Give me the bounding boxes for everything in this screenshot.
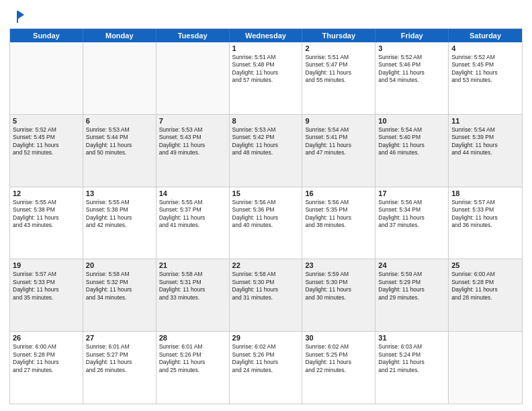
day-number: 3 [378,44,445,52]
cell-info: Sunrise: 5:55 AM Sunset: 5:38 PM Dayligh… [86,199,153,230]
calendar-cell: 24Sunrise: 5:59 AM Sunset: 5:29 PM Dayli… [375,259,449,331]
cell-info: Sunrise: 6:00 AM Sunset: 5:28 PM Dayligh… [451,271,519,302]
calendar-cell: 29Sunrise: 6:02 AM Sunset: 5:26 PM Dayli… [230,332,303,404]
calendar-cell: 21Sunrise: 5:58 AM Sunset: 5:31 PM Dayli… [157,259,230,331]
day-number: 14 [159,189,226,197]
day-number: 5 [13,117,80,125]
calendar-cell: 17Sunrise: 5:56 AM Sunset: 5:34 PM Dayli… [375,187,449,259]
calendar-week-2: 5Sunrise: 5:52 AM Sunset: 5:45 PM Daylig… [10,115,522,187]
calendar-cell: 10Sunrise: 5:54 AM Sunset: 5:40 PM Dayli… [375,115,449,187]
day-number: 23 [305,261,372,269]
cell-info: Sunrise: 5:52 AM Sunset: 5:45 PM Dayligh… [451,54,519,85]
calendar-cell: 13Sunrise: 5:55 AM Sunset: 5:38 PM Dayli… [83,187,157,259]
calendar-cell [10,42,83,114]
cell-info: Sunrise: 5:54 AM Sunset: 5:40 PM Dayligh… [378,126,445,157]
calendar-cell: 4Sunrise: 5:52 AM Sunset: 5:45 PM Daylig… [449,42,522,114]
calendar-cell: 15Sunrise: 5:56 AM Sunset: 5:36 PM Dayli… [230,187,303,259]
day-number: 22 [232,261,300,269]
svg-rect-1 [17,11,18,23]
day-number: 27 [86,334,153,342]
calendar-cell: 30Sunrise: 6:02 AM Sunset: 5:25 PM Dayli… [302,332,375,404]
calendar-cell: 11Sunrise: 5:54 AM Sunset: 5:39 PM Dayli… [449,115,522,187]
calendar-body: 1Sunrise: 5:51 AM Sunset: 5:48 PM Daylig… [10,42,522,404]
cell-info: Sunrise: 5:57 AM Sunset: 5:33 PM Dayligh… [451,199,519,230]
calendar-cell: 12Sunrise: 5:55 AM Sunset: 5:38 PM Dayli… [10,187,83,259]
day-header-monday: Monday [83,29,157,42]
cell-info: Sunrise: 5:55 AM Sunset: 5:38 PM Dayligh… [13,199,80,230]
day-number: 18 [451,189,519,197]
calendar-cell: 18Sunrise: 5:57 AM Sunset: 5:33 PM Dayli… [449,187,522,259]
cell-info: Sunrise: 6:00 AM Sunset: 5:28 PM Dayligh… [13,343,80,374]
day-number: 29 [232,334,300,342]
cell-info: Sunrise: 5:53 AM Sunset: 5:43 PM Dayligh… [159,126,226,157]
cell-info: Sunrise: 5:57 AM Sunset: 5:33 PM Dayligh… [13,271,80,302]
day-header-sunday: Sunday [10,29,83,42]
day-number: 25 [451,261,519,269]
calendar-cell: 16Sunrise: 5:56 AM Sunset: 5:35 PM Dayli… [302,187,375,259]
day-number: 21 [159,261,226,269]
page: SundayMondayTuesdayWednesdayThursdayFrid… [0,0,532,411]
calendar-cell: 31Sunrise: 6:03 AM Sunset: 5:24 PM Dayli… [375,332,449,404]
calendar-cell: 14Sunrise: 5:55 AM Sunset: 5:37 PM Dayli… [157,187,230,259]
calendar-cell: 22Sunrise: 5:58 AM Sunset: 5:30 PM Dayli… [230,259,303,331]
calendar-cell: 27Sunrise: 6:01 AM Sunset: 5:27 PM Dayli… [83,332,157,404]
calendar-cell: 19Sunrise: 5:57 AM Sunset: 5:33 PM Dayli… [10,259,83,331]
calendar-week-5: 26Sunrise: 6:00 AM Sunset: 5:28 PM Dayli… [10,332,522,404]
cell-info: Sunrise: 6:03 AM Sunset: 5:24 PM Dayligh… [378,343,445,374]
day-header-thursday: Thursday [302,29,375,42]
cell-info: Sunrise: 5:59 AM Sunset: 5:30 PM Dayligh… [305,271,372,302]
cell-info: Sunrise: 5:56 AM Sunset: 5:36 PM Dayligh… [232,199,300,230]
calendar-cell: 7Sunrise: 5:53 AM Sunset: 5:43 PM Daylig… [157,115,230,187]
cell-info: Sunrise: 6:01 AM Sunset: 5:27 PM Dayligh… [86,343,153,374]
day-number: 31 [378,334,445,342]
cell-info: Sunrise: 5:51 AM Sunset: 5:47 PM Dayligh… [305,54,372,85]
day-number: 4 [451,44,519,52]
svg-marker-0 [18,11,24,19]
cell-info: Sunrise: 5:55 AM Sunset: 5:37 PM Dayligh… [159,199,226,230]
day-header-wednesday: Wednesday [230,29,303,42]
cell-info: Sunrise: 5:58 AM Sunset: 5:30 PM Dayligh… [232,271,300,302]
cell-info: Sunrise: 6:02 AM Sunset: 5:25 PM Dayligh… [305,343,372,374]
day-header-friday: Friday [375,29,449,42]
calendar-cell: 5Sunrise: 5:52 AM Sunset: 5:45 PM Daylig… [10,115,83,187]
calendar-week-3: 12Sunrise: 5:55 AM Sunset: 5:38 PM Dayli… [10,187,522,260]
cell-info: Sunrise: 5:56 AM Sunset: 5:34 PM Dayligh… [378,199,445,230]
day-number: 1 [232,44,300,52]
cell-info: Sunrise: 5:54 AM Sunset: 5:41 PM Dayligh… [305,126,372,157]
day-header-tuesday: Tuesday [157,29,230,42]
day-number: 28 [159,334,226,342]
day-number: 7 [159,117,226,125]
day-number: 16 [305,189,372,197]
cell-info: Sunrise: 5:52 AM Sunset: 5:46 PM Dayligh… [378,54,445,85]
cell-info: Sunrise: 6:01 AM Sunset: 5:26 PM Dayligh… [159,343,226,374]
calendar-cell: 26Sunrise: 6:00 AM Sunset: 5:28 PM Dayli… [10,332,83,404]
day-number: 26 [13,334,80,342]
cell-info: Sunrise: 5:54 AM Sunset: 5:39 PM Dayligh… [451,126,519,157]
day-number: 10 [378,117,445,125]
day-number: 8 [232,117,300,125]
day-number: 15 [232,189,300,197]
cell-info: Sunrise: 5:52 AM Sunset: 5:45 PM Dayligh… [13,126,80,157]
calendar-cell: 1Sunrise: 5:51 AM Sunset: 5:48 PM Daylig… [230,42,303,114]
day-number: 13 [86,189,153,197]
cell-info: Sunrise: 5:58 AM Sunset: 5:32 PM Dayligh… [86,271,153,302]
calendar-cell: 9Sunrise: 5:54 AM Sunset: 5:41 PM Daylig… [302,115,375,187]
cell-info: Sunrise: 5:53 AM Sunset: 5:42 PM Dayligh… [232,126,300,157]
day-number: 24 [378,261,445,269]
calendar-cell: 8Sunrise: 5:53 AM Sunset: 5:42 PM Daylig… [230,115,303,187]
day-number: 11 [451,117,519,125]
logo-icon [11,9,26,24]
day-number: 2 [305,44,372,52]
cell-info: Sunrise: 5:58 AM Sunset: 5:31 PM Dayligh… [159,271,226,302]
calendar-cell [449,332,522,404]
cell-info: Sunrise: 5:56 AM Sunset: 5:35 PM Dayligh… [305,199,372,230]
day-number: 30 [305,334,372,342]
day-number: 19 [13,261,80,269]
calendar-cell: 28Sunrise: 6:01 AM Sunset: 5:26 PM Dayli… [157,332,230,404]
cell-info: Sunrise: 5:51 AM Sunset: 5:48 PM Dayligh… [232,54,300,85]
day-number: 20 [86,261,153,269]
header [9,7,523,24]
calendar-week-4: 19Sunrise: 5:57 AM Sunset: 5:33 PM Dayli… [10,259,522,332]
calendar-cell: 23Sunrise: 5:59 AM Sunset: 5:30 PM Dayli… [302,259,375,331]
calendar-week-1: 1Sunrise: 5:51 AM Sunset: 5:48 PM Daylig… [10,42,522,115]
